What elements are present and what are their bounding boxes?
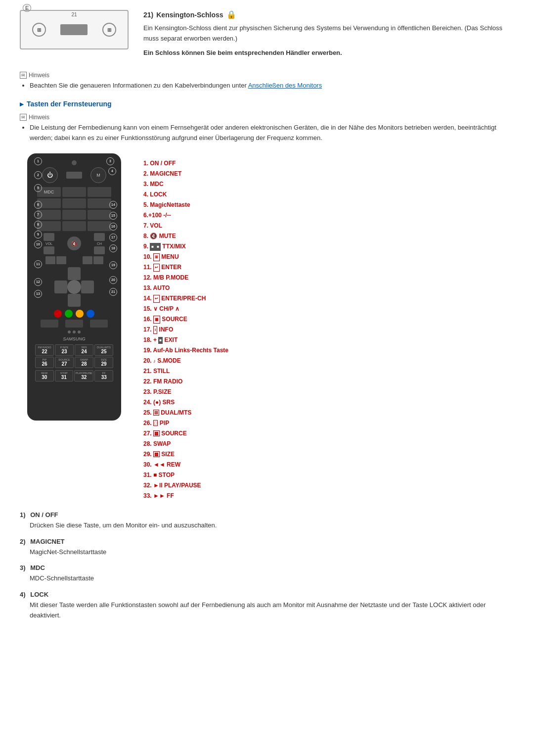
btn-size: SIZE 29 [94, 357, 113, 368]
btn-list-item-6: 6.+100 -/-- [143, 210, 514, 221]
btn-list-item-18: 18. + ■ EXIT [143, 335, 514, 345]
badge-20: 20 [109, 276, 117, 284]
btn-pip: PIP 26 [35, 357, 54, 368]
bullet-item-2: Die Leistung der Fernbedienung kann von … [30, 123, 514, 143]
menu-buttons [83, 256, 103, 264]
badge-8: 8 [34, 221, 42, 229]
btn-list-item-23: 23. P.SIZE [143, 387, 514, 397]
anschliessen-link[interactable]: Anschließen des Monitors [248, 82, 322, 89]
ch-label: CH [97, 242, 102, 245]
button-reference-list: 1. ON / OFF 2. MAGICNET 3. MDC 4. LOCK 5… [143, 153, 514, 501]
key-3 [88, 187, 111, 197]
kensington-number: 21) [143, 11, 153, 19]
desc-title-2: MAGICNET [30, 538, 64, 545]
bottom-btn-grid: FM RADIO 22 P.SIZE 23 SRS 24 DUAL/MTS 25… [35, 344, 113, 368]
monitor-port-right: ⊞ [102, 23, 116, 37]
key-2 [62, 187, 86, 197]
desc-num-1: 1) [20, 511, 26, 519]
mute-button: 🔇 [67, 236, 81, 250]
still-btn [65, 320, 83, 328]
key-5 [62, 198, 86, 208]
numpad: MDC [37, 187, 111, 231]
vol-ch-row: VOL 🔇 CH [37, 233, 111, 254]
btn-playpause: PLAY/PAUSE 32 [74, 370, 93, 381]
hinweis-section-2: ✉ Hinweis Die Leistung der Fernbedienung… [20, 114, 514, 143]
ch-up [94, 233, 105, 241]
key-8 [62, 210, 86, 220]
badge-1: 1 [34, 157, 42, 165]
btn-list-item-16: 16. ▦ SOURCE [143, 314, 514, 325]
badge-2: 2 [34, 171, 42, 179]
hinweis-label-2: ✉ Hinweis [20, 114, 514, 121]
desc-text-2: MagicNet-Schnellstarttaste [30, 547, 514, 558]
badge-14: 14 [109, 201, 117, 209]
vol-label: VOL [45, 242, 52, 245]
bullet-list-1: Beachten Sie die genaueren Informationen… [30, 81, 514, 91]
btn-list-item-12: 12. M/B P.MODE [143, 273, 514, 283]
btn-stop: STOP 31 [55, 370, 74, 381]
nav-cross [54, 267, 94, 307]
color-btn-yellow [76, 310, 84, 318]
bullet-list-2: Die Leistung der Fernbedienung kann von … [30, 123, 514, 143]
vol-down [44, 246, 54, 254]
main-content: 1 2 3 4 5 6 7 8 9 10 11 12 13 14 15 16 1… [20, 153, 514, 501]
nav-down [68, 294, 81, 307]
mute-section: 🔇 [67, 236, 81, 250]
btn-source: SOURCE 27 [55, 357, 74, 368]
desc-item-3: 3) MDC MDC-Schnellstarttaste [20, 564, 514, 584]
desc-title-3: MDC [30, 564, 45, 571]
section-title: Tasten der Fernsteuerung [20, 100, 514, 108]
monitor-port-left: ⊞ [32, 23, 46, 37]
badge-9: 9 [34, 231, 42, 238]
kensington-text2: Ein Schloss können Sie beim entsprechend… [143, 48, 514, 58]
badge-6: 6 [34, 201, 42, 209]
badge-12: 12 [34, 278, 42, 286]
btn-ff: FF 33 [94, 370, 113, 381]
desc-item-2: 2) MAGICNET MagicNet-Schnellstarttaste [20, 538, 514, 558]
ch-section: CH [94, 233, 105, 254]
enter-btn [93, 256, 103, 264]
btn-list-item-22: 22. FM RADIO [143, 377, 514, 387]
ttx-btn [45, 256, 55, 264]
hinweis-text-2: Hinweis [29, 114, 49, 121]
dot-2 [73, 331, 76, 333]
btn-list-item-10: 10. ⊞ MENU [143, 252, 514, 262]
btn-swap: SWAP 28 [75, 357, 93, 368]
hinweis-text-1: Hinweis [29, 72, 49, 79]
btn-list-item-31: 31. ■ STOP [143, 470, 514, 480]
hinweis-icon-1: ✉ [20, 72, 27, 79]
sensor-dots [32, 331, 116, 333]
descriptions-section: 1) ON / OFF Drücken Sie diese Taste, um … [20, 511, 514, 621]
btn-list-item-14: 14. ↩ ENTER/PRE-CH [143, 293, 514, 304]
monitor-image: E 21 ⊞ ⊞ [20, 10, 129, 49]
btn-fm-radio: FM RADIO 22 [35, 344, 54, 356]
monitor-number: 21 [71, 12, 77, 17]
desc-num-3: 3) [20, 564, 26, 571]
btn-list-item-32: 32. ►ll PLAY/PAUSE [143, 480, 514, 491]
btn-list-item-29: 29. ▦ SIZE [143, 449, 514, 460]
badge-4: 4 [108, 167, 116, 175]
desc-text-1: Drücken Sie diese Taste, um den Monitor … [30, 520, 514, 531]
badge-18: 18 [109, 244, 117, 252]
btn-list-item-4: 4. LOCK [143, 189, 514, 200]
lock-icon: 🔒 [226, 10, 236, 19]
monitor-label: E [23, 4, 31, 12]
desc-item-1: 1) ON / OFF Drücken Sie diese Taste, um … [20, 511, 514, 531]
remote-top-bar [66, 172, 82, 179]
key-6 [88, 198, 111, 208]
hinweis-icon-2: ✉ [20, 114, 27, 121]
badge-16: 16 [109, 223, 117, 231]
kensington-text1: Ein Kensington-Schloss dient zur physisc… [143, 23, 514, 44]
nav-up [68, 267, 81, 280]
auto-btn [90, 320, 108, 328]
btn-list-item-13: 13. AUTO [143, 283, 514, 293]
hinweis-section-1: ✉ Hinweis Beachten Sie die genaueren Inf… [20, 72, 514, 91]
btn-list-item-9: 9. ■■ TTX/MIX [143, 241, 514, 252]
btn-dual-mts: DUAL/MTS 25 [94, 344, 113, 356]
btn-list-item-11: 11. ↩ ENTER [143, 262, 514, 273]
badge-17: 17 [109, 234, 117, 241]
btn-list-item-30: 30. ◄◄ REW [143, 460, 514, 470]
ttx-buttons [45, 256, 66, 264]
ch-down [94, 246, 105, 254]
kensington-title: 21) Kensington-Schloss 🔒 [143, 10, 514, 19]
